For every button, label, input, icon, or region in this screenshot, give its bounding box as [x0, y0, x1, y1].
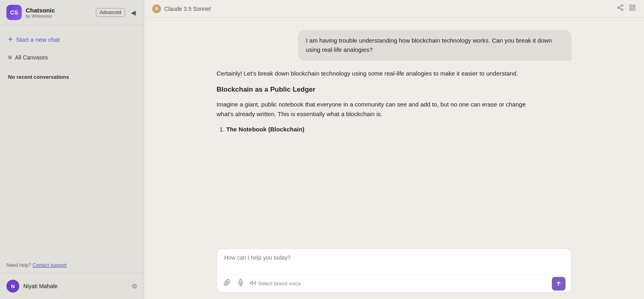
- new-chat-button[interactable]: + Start a new chat: [6, 32, 137, 47]
- chat-header: A Claude 3.5 Sonnet: [144, 0, 644, 18]
- model-icon: A: [152, 4, 161, 13]
- model-info: A Claude 3.5 Sonnet: [152, 4, 211, 13]
- app-sub: by Writesonic: [26, 14, 92, 18]
- contact-link[interactable]: Contact support: [33, 262, 67, 268]
- model-name: Claude 3.5 Sonnet: [164, 6, 211, 12]
- sidebar-body: + Start a new chat ≡ All Canvases No rec…: [0, 25, 144, 262]
- no-recent-label: No recent conversations: [6, 68, 137, 83]
- main-content: A Claude 3.5 Sonnet I am having trouble …: [144, 0, 644, 299]
- send-button[interactable]: [552, 277, 566, 291]
- app-name: Chatsonic: [26, 7, 92, 14]
- layout-toggle-button[interactable]: [629, 4, 636, 13]
- brand-voice-icon: [250, 280, 256, 287]
- help-text: Need help? Contact support: [0, 262, 144, 273]
- list-item-1: The Notebook (Blockchain): [226, 125, 530, 134]
- advanced-badge: Advanced: [96, 8, 125, 17]
- plus-icon: +: [8, 35, 13, 44]
- assistant-intro: Certainly! Let's break down blockchain t…: [217, 69, 530, 78]
- user-name: Niyati Mahale: [23, 283, 128, 289]
- svg-point-0: [621, 5, 623, 7]
- svg-rect-8: [630, 8, 632, 10]
- all-canvases-item[interactable]: ≡ All Canvases: [6, 51, 137, 64]
- chat-input-area: Select brand voice: [144, 244, 644, 299]
- layers-icon: ≡: [8, 54, 12, 61]
- svg-point-1: [617, 7, 619, 9]
- settings-button[interactable]: ⚙: [132, 283, 137, 290]
- user-message: I am having trouble understanding how bl…: [298, 30, 572, 61]
- collapse-sidebar-button[interactable]: ◀: [129, 7, 137, 18]
- need-help-text: Need help?: [6, 262, 31, 268]
- share-button[interactable]: [617, 4, 624, 13]
- assistant-message: Certainly! Let's break down blockchain t…: [217, 69, 530, 137]
- section-title: Blockchain as a Public Ledger: [217, 84, 530, 95]
- sidebar: CS Chatsonic by Writesonic Advanced ◀ + …: [0, 0, 144, 299]
- list-item-1-title: The Notebook (Blockchain): [226, 126, 304, 133]
- brand-voice-label: Select brand voice: [258, 281, 301, 287]
- chat-input[interactable]: [217, 249, 571, 273]
- brand-text: Chatsonic by Writesonic: [26, 7, 92, 18]
- all-canvases-label: All Canvases: [15, 54, 48, 61]
- app-logo: CS: [6, 5, 22, 20]
- header-actions: [617, 4, 636, 13]
- sidebar-footer: N Niyati Mahale ⚙: [0, 273, 144, 299]
- avatar: N: [6, 280, 19, 293]
- sidebar-header: CS Chatsonic by Writesonic Advanced ◀: [0, 0, 144, 25]
- section-body: Imagine a giant, public notebook that ev…: [217, 100, 530, 119]
- mic-button[interactable]: [236, 278, 245, 289]
- svg-rect-6: [633, 5, 635, 7]
- attach-button[interactable]: [223, 278, 231, 289]
- svg-line-3: [619, 8, 621, 9]
- section-list: The Notebook (Blockchain): [217, 125, 530, 134]
- chat-messages: I am having trouble understanding how bl…: [144, 18, 644, 244]
- svg-point-2: [621, 9, 623, 11]
- sidebar-footer-wrapper: Need help? Contact support N Niyati Maha…: [0, 262, 144, 299]
- svg-line-4: [619, 6, 621, 7]
- svg-rect-5: [630, 5, 632, 7]
- svg-rect-7: [633, 8, 635, 10]
- svg-marker-11: [250, 281, 253, 285]
- brand-voice-button[interactable]: Select brand voice: [250, 280, 301, 287]
- input-toolbar: Select brand voice: [217, 274, 571, 292]
- new-chat-label: Start a new chat: [16, 36, 60, 43]
- input-box: Select brand voice: [217, 248, 572, 293]
